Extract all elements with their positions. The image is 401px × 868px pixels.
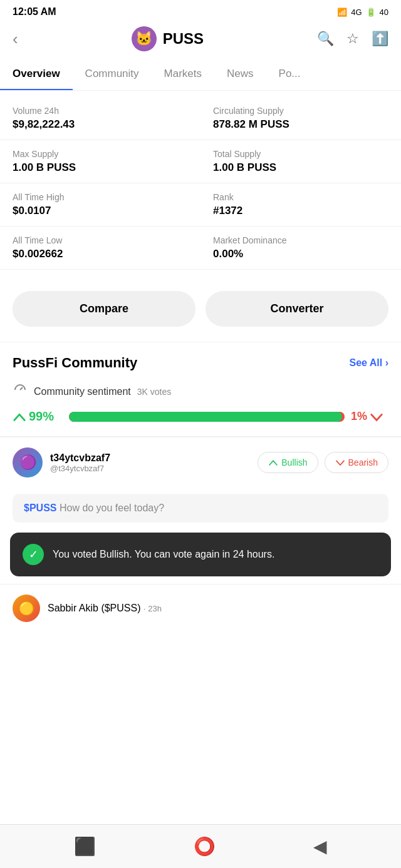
- stats-grid: Volume 24h $9,82,222.43 Circulating Supp…: [0, 91, 401, 276]
- action-buttons: Compare Converter: [0, 276, 401, 342]
- sentiment-icon: [13, 382, 28, 401]
- stat-all-time-low: All Time Low $0.002662: [0, 227, 200, 270]
- battery-level: 40: [380, 8, 388, 17]
- svg-line-0: [20, 387, 23, 390]
- bearish-button[interactable]: Bearish: [325, 452, 388, 473]
- sentiment-votes: 3K votes: [137, 387, 171, 397]
- community-title: PussFi Community: [13, 355, 137, 371]
- tab-overview[interactable]: Overview: [0, 59, 73, 91]
- vote-buttons: Bullish Bearish: [258, 452, 388, 473]
- signal-icon: 📶: [337, 8, 347, 17]
- stat-max-supply: Max Supply 1.00 B PUSS: [0, 140, 200, 183]
- bullish-button[interactable]: Bullish: [258, 452, 318, 473]
- network-type: 4G: [351, 8, 362, 17]
- see-all-button[interactable]: See All ›: [349, 357, 388, 369]
- coin-icon: 🐱: [132, 26, 157, 51]
- search-icon[interactable]: 🔍: [317, 31, 334, 47]
- post-details: Sabbir Akib ($PUSS) · 23h: [48, 603, 162, 614]
- bearish-arrow-icon: [370, 410, 383, 424]
- sentiment-bar-fill: [69, 412, 342, 422]
- user-post-row: 🟣 t34ytcvbzaf7 @t34ytcvbzaf7 Bullish Bea…: [0, 437, 401, 488]
- bearish-percentage: 1%: [351, 410, 388, 424]
- back-button[interactable]: ‹: [13, 29, 18, 49]
- stat-circulating-supply: Circulating Supply 878.82 M PUSS: [200, 97, 401, 140]
- tab-portfolio[interactable]: Po...: [266, 59, 313, 90]
- user-details: t34ytcvbzaf7 @t34ytcvbzaf7: [50, 452, 110, 473]
- stat-rank: Rank #1372: [200, 183, 401, 227]
- battery-icon: 🔋: [366, 8, 376, 17]
- nav-actions: 🔍 ☆ ⬆️: [317, 31, 388, 47]
- tab-news[interactable]: News: [214, 59, 266, 90]
- status-bar: 12:05 AM 📶 4G 🔋 40: [0, 0, 401, 21]
- post-author: Sabbir Akib ($PUSS): [48, 603, 141, 613]
- sentiment-label: Community sentiment: [34, 386, 131, 397]
- share-icon[interactable]: ⬆️: [372, 31, 388, 47]
- user-name: t34ytcvbzaf7: [50, 452, 110, 464]
- bottom-nav: ⬛ ⭕ ◀: [0, 824, 401, 868]
- stat-all-time-high: All Time High $0.0107: [0, 183, 200, 227]
- home-circle-icon[interactable]: ⭕: [194, 836, 216, 857]
- stat-market-dominance: Market Dominance 0.00%: [200, 227, 401, 270]
- status-time: 12:05 AM: [13, 6, 56, 18]
- input-placeholder: How do you feel today?: [60, 503, 164, 513]
- top-nav: ‹ 🐱 PUSS 🔍 ☆ ⬆️: [0, 21, 401, 59]
- status-icons: 📶 4G 🔋 40: [337, 8, 388, 17]
- sentiment-bar: [69, 412, 345, 422]
- stat-volume-24h: Volume 24h $9,82,222.43: [0, 97, 200, 140]
- sentiment-input-row: $PUSS How do you feel today?: [0, 488, 401, 533]
- user-info: 🟣 t34ytcvbzaf7 @t34ytcvbzaf7: [13, 447, 110, 477]
- bottom-post: 🟡 Sabbir Akib ($PUSS) · 23h: [0, 584, 401, 632]
- sentiment-row: Community sentiment 3K votes: [0, 377, 401, 409]
- post-time: · 23h: [143, 604, 162, 613]
- home-nav-icon[interactable]: ⬛: [74, 836, 96, 857]
- sentiment-input[interactable]: $PUSS How do you feel today?: [13, 494, 388, 523]
- user-avatar: 🟣: [13, 447, 43, 477]
- compare-button[interactable]: Compare: [13, 291, 195, 327]
- notification-banner: ✓ You voted Bullish. You can vote again …: [10, 533, 391, 576]
- coin-header: 🐱 PUSS: [132, 26, 204, 51]
- community-header: PussFi Community See All ›: [0, 342, 401, 377]
- bullish-btn-icon: [268, 457, 278, 467]
- back-nav-icon[interactable]: ◀: [313, 836, 327, 857]
- tab-community[interactable]: Community: [73, 59, 152, 90]
- bearish-btn-icon: [335, 457, 345, 467]
- bullish-percentage: 99%: [13, 409, 63, 424]
- post-avatar: 🟡: [13, 595, 40, 622]
- stat-total-supply: Total Supply 1.00 B PUSS: [200, 140, 401, 183]
- star-icon[interactable]: ☆: [346, 31, 359, 47]
- check-icon: ✓: [23, 544, 44, 565]
- converter-button[interactable]: Converter: [206, 291, 388, 327]
- tab-bar: Overview Community Markets News Po...: [0, 59, 401, 91]
- sentiment-bar-row: 99% 1%: [0, 409, 401, 436]
- bullish-arrow-icon: [13, 410, 26, 424]
- tab-markets[interactable]: Markets: [152, 59, 214, 90]
- user-handle: @t34ytcvbzaf7: [50, 464, 110, 473]
- notification-text: You voted Bullish. You can vote again in…: [53, 548, 274, 561]
- coin-name: PUSS: [163, 30, 204, 48]
- input-prefix: $PUSS: [24, 503, 56, 513]
